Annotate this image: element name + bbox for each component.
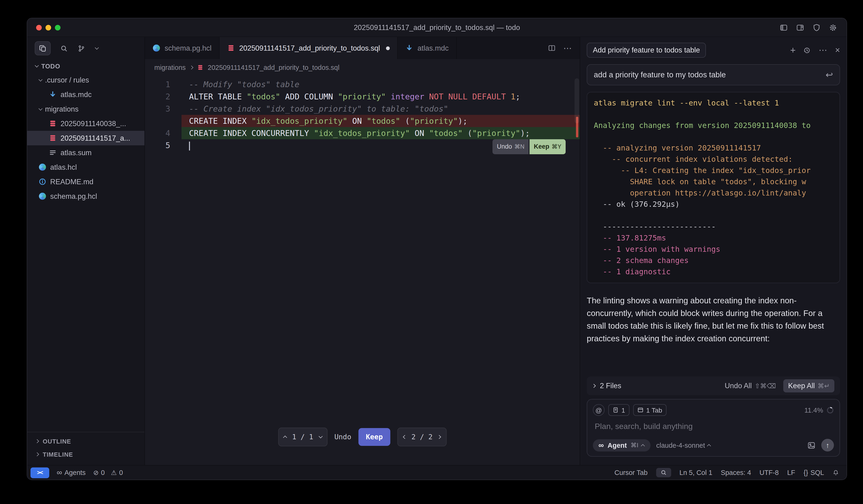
chat-thread-title[interactable]: Add priority feature to todos table [587,43,706,58]
status-language[interactable]: {} SQL [804,469,824,476]
user-prompt[interactable]: add a priority feature to my todos table… [587,64,840,85]
magnifier-icon [660,469,667,476]
more-options-icon[interactable]: ⋯ [819,48,828,52]
status-encoding[interactable]: UTF-8 [760,469,779,476]
code-line[interactable]: 3-- Create index "idx_todos_priority" to… [145,103,580,115]
explorer-icon[interactable] [35,41,51,55]
keep-button[interactable]: Keep [358,428,390,446]
status-spaces[interactable]: Spaces: 4 [721,469,751,476]
attach-image-icon[interactable] [807,441,816,449]
sidebar-section-outline[interactable]: OUTLINE [27,434,145,448]
tab-bar: schema.pg.hcl20250911141517_add_priority… [145,37,580,59]
undo-button[interactable]: Undo [335,431,351,443]
shield-icon[interactable] [812,23,821,32]
status-agents[interactable]: ∞ Agents [57,469,86,476]
tree-item-label: 20250911141517_a... [61,134,130,142]
files-count[interactable]: 2 Files [592,382,621,390]
chevron-down-icon[interactable] [95,46,99,50]
line-number: 2 [145,90,182,103]
tree-item-label: .cursor / rules [45,76,89,84]
inline-undo-button[interactable]: Undo⌘N [493,139,529,154]
tree-file-schema.pg.hcl[interactable]: schema.pg.hcl [27,189,145,203]
code-line[interactable]: 4CREATE INDEX CONCURRENTLY "idx_todos_pr… [145,127,580,139]
close-window-button[interactable] [36,25,42,30]
tab-20250911141517_add_priority_to_todos.sql[interactable]: 20250911141517_add_priority_to_todos.sql [220,37,398,59]
source-control-icon[interactable] [77,44,85,52]
tree-file-atlas.hcl[interactable]: atlas.hcl [27,160,145,174]
model-selector[interactable]: claude-4-sonnet [656,441,711,449]
agent-mode-selector[interactable]: ∞ Agent ⌘I [593,439,651,451]
attachment-badge[interactable]: 1 [608,404,629,416]
split-editor-icon[interactable] [548,44,556,52]
keep-all-button[interactable]: Keep All⌘↵ [784,379,834,392]
code-line[interactable]: 1-- Modify "todos" table [145,78,580,90]
terminal-line: operation https://atlasgo.io/lint/analy [594,188,833,199]
new-chat-icon[interactable]: + [790,47,796,53]
zoom-window-button[interactable] [55,25,61,30]
restore-checkpoint-icon[interactable]: ↩ [825,70,833,80]
tree-file-atlas.mdc[interactable]: atlas.mdc [27,87,145,102]
tree-file-README.md[interactable]: README.md [27,174,145,189]
status-line-col[interactable]: Ln 5, Col 1 [679,469,712,476]
workspace-root-label: TODO [41,63,60,70]
tab-schema.pg.hcl[interactable]: schema.pg.hcl [145,37,220,59]
layout-sidebar-icon[interactable] [779,23,788,32]
search-icon[interactable] [60,44,68,52]
line-number [145,115,182,127]
chat-header: Add priority feature to todos table + ⋯ … [587,43,840,58]
settings-gear-icon[interactable] [829,23,837,32]
editor-area: schema.pg.hcl20250911141517_add_priority… [145,37,580,465]
editor-scrollbar[interactable] [575,78,579,123]
code-editor[interactable]: 1-- Modify "todos" table2ALTER TABLE "to… [145,75,580,465]
prev-diff-icon[interactable] [283,436,287,440]
line-number: 3 [145,103,182,115]
tab-context-badge[interactable]: 1 Tab [633,404,666,416]
code-line[interactable]: CREATE INDEX "idx_todos_priority" ON "to… [145,115,580,127]
undo-all-button[interactable]: Undo All⇧⌘⌫ [725,382,776,390]
tree-file-20250911140038_...[interactable]: 20250911140038_... [27,116,145,131]
breadcrumb-folder[interactable]: migrations [154,64,186,71]
tree-folder-migrations[interactable]: migrations [27,102,145,116]
terminal-line [594,210,833,221]
sidebar-section-timeline[interactable]: TIMELINE [27,448,145,461]
more-actions-icon[interactable]: ⋯ [563,46,572,50]
status-search-chip [656,468,671,477]
status-eol[interactable]: LF [787,469,795,476]
add-context-button[interactable]: @ [593,404,604,416]
tab-label: 20250911141517_add_priority_to_todos.sql [239,44,380,52]
tree-file-20250911141517_a...[interactable]: 20250911141517_a... [27,131,145,145]
status-errors[interactable]: ⊘ 0 ⚠ 0 [93,469,123,476]
chat-composer[interactable]: @ 1 1 Tab 11.4% [587,399,840,457]
close-icon[interactable]: × [835,47,840,53]
terminal-line: -- 2 schema changes [594,255,833,266]
composer-input[interactable]: Plan, search, build anything [595,422,832,431]
diff-position-label: 1 / 1 [292,431,313,443]
minimize-window-button[interactable] [46,25,51,30]
warning-icon: ⚠ [111,469,117,476]
sum-file-icon [49,149,57,156]
files-count-label: 2 Files [600,382,621,390]
prev-file-icon[interactable] [403,435,407,439]
tree-folder-.cursor / rules[interactable]: .cursor / rules [27,73,145,87]
remote-indicator[interactable]: >< [30,467,49,478]
history-icon[interactable] [803,46,811,54]
status-cursor-tab[interactable]: Cursor Tab [614,469,648,476]
code-line[interactable]: 2ALTER TABLE "todos" ADD COLUMN "priorit… [145,90,580,103]
next-file-icon[interactable] [437,435,441,439]
layout-panel-icon[interactable] [796,23,804,32]
workspace-root[interactable]: TODO [27,60,145,73]
tree-file-atlas.sum[interactable]: atlas.sum [27,145,145,160]
inline-keep-button[interactable]: Keep⌘Y [529,139,566,154]
send-button[interactable]: ↑ [821,439,834,452]
line-number: 1 [145,78,182,90]
terminal-line: -- analyzing version 20250911141517 [594,142,833,154]
notifications-icon[interactable] [833,469,839,476]
next-diff-icon[interactable] [318,434,323,438]
terminal-line: -- 137.81275ms [594,232,833,244]
titlebar-actions [779,23,837,32]
terminal-output: atlas migrate lint --env local --latest … [587,92,840,283]
assistant-message: The linting shows a warning about creati… [587,294,840,345]
hcl-file-icon [38,163,47,171]
tab-atlas.mdc[interactable]: atlas.mdc [398,37,456,59]
breadcrumb-file[interactable]: 20250911141517_add_priority_to_todos.sql [208,64,340,71]
